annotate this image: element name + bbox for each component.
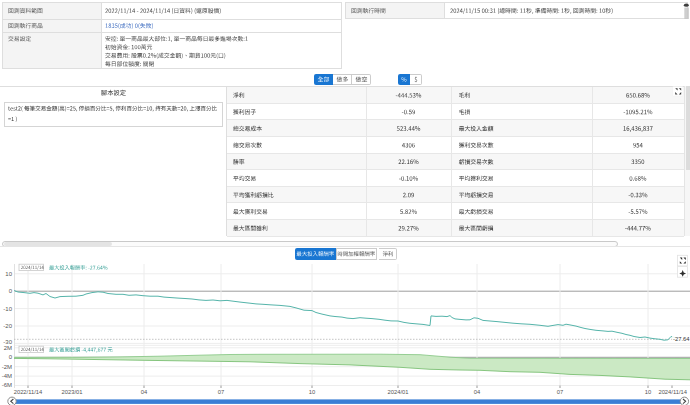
svg-text:10: 10 <box>645 389 651 395</box>
svg-text:-6M: -6M <box>2 382 12 388</box>
svg-text:-20: -20 <box>3 323 12 329</box>
svg-text:2022/11/14: 2022/11/14 <box>14 389 43 395</box>
svg-text:2024/01: 2024/01 <box>388 389 409 395</box>
svg-text:-4M: -4M <box>2 373 12 379</box>
svg-text:2023/01: 2023/01 <box>62 389 83 395</box>
svg-text:-10: -10 <box>3 306 12 312</box>
svg-text:07: 07 <box>218 389 224 395</box>
svg-text:0: 0 <box>9 288 13 294</box>
svg-text:2024/11/14: 2024/11/14 <box>658 389 687 395</box>
svg-text:10: 10 <box>5 271 12 277</box>
svg-text:07: 07 <box>557 389 563 395</box>
svg-text:-27.64: -27.64 <box>673 336 690 342</box>
svg-text:10: 10 <box>309 389 315 395</box>
svg-text:04: 04 <box>474 389 481 395</box>
svg-text:2M: 2M <box>4 345 12 351</box>
svg-text:04: 04 <box>141 389 148 395</box>
svg-text:-2M: -2M <box>2 364 12 370</box>
svg-text:0: 0 <box>9 354 13 360</box>
